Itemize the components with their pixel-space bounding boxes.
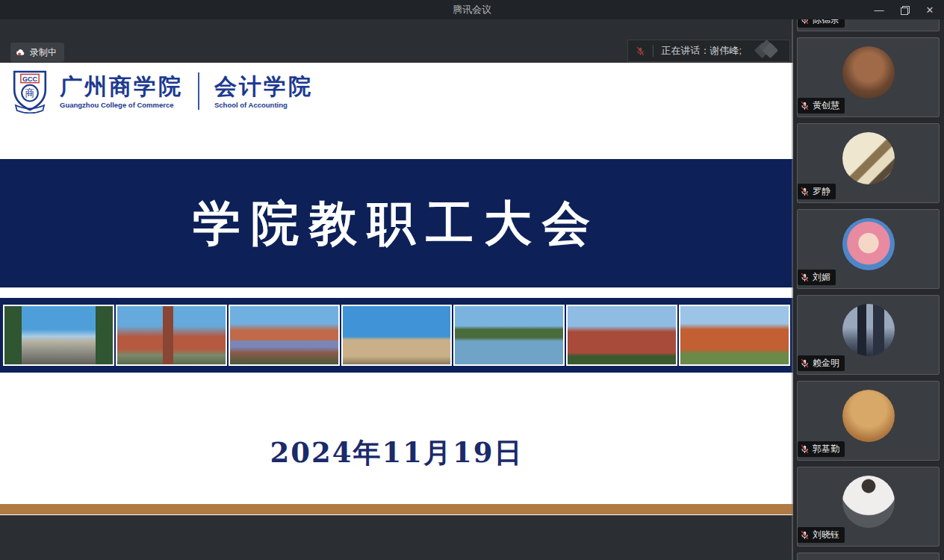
- mic-muted-icon: [800, 187, 810, 196]
- restore-button[interactable]: [895, 1, 914, 18]
- meeting-logo-watermark-icon: [752, 42, 785, 60]
- participant-avatar: [842, 46, 895, 99]
- participant-name: 黄创慧: [813, 99, 839, 112]
- campus-gate-photo: [3, 305, 114, 366]
- cloud-record-icon: [16, 48, 25, 57]
- college-crest-icon: GCC 商: [10, 69, 49, 113]
- participant-tile[interactable]: 陈德余: [797, 19, 940, 31]
- participant-tile[interactable]: 郭基勤: [797, 381, 940, 461]
- participant-name-tag: 陈德余: [798, 19, 845, 28]
- college-brand: 广州商学院 Guangzhou College of Commerce: [60, 74, 183, 109]
- campus-photo-strip: [0, 298, 793, 373]
- campus-name-sign-photo: [341, 305, 453, 366]
- school-name-en: School of Accounting: [214, 101, 313, 109]
- mic-muted-icon: [800, 530, 810, 540]
- participant-name-tag: 郭基勤: [798, 441, 845, 457]
- college-logo-row: GCC 商 广州商学院 Guangzhou College of Commerc…: [10, 69, 313, 113]
- brand-divider: [198, 72, 199, 110]
- tencent-meeting-window: 腾讯会议 — ✕ 录制中: [0, 0, 944, 560]
- participant-name-tag: 刘晓钰: [798, 527, 845, 543]
- participant-avatar: [842, 390, 895, 442]
- svg-text:GCC: GCC: [22, 75, 38, 83]
- participant-name: 罗静: [813, 185, 830, 198]
- campus-lake-photo: [453, 305, 565, 366]
- restore-icon: [901, 6, 908, 13]
- participant-name-tag: 罗静: [798, 184, 836, 199]
- title-bar: 腾讯会议 — ✕: [0, 0, 944, 19]
- participant-tile[interactable]: [797, 553, 940, 560]
- participant-tile[interactable]: 刘媚: [797, 209, 940, 289]
- slide-title-banner: 学院教职工大会: [0, 159, 793, 287]
- participant-tile[interactable]: 黄创慧: [797, 37, 940, 117]
- participant-name: 郭基勤: [813, 443, 839, 455]
- participant-name: 陈德余: [813, 19, 839, 26]
- participant-name: 赖金明: [813, 357, 839, 370]
- content-background: [0, 515, 793, 560]
- red-brick-tower-building-photo: [116, 305, 227, 366]
- participant-name-tag: 赖金明: [798, 355, 845, 371]
- speaking-text: 正在讲话：谢伟峰;: [661, 44, 742, 57]
- close-button[interactable]: ✕: [920, 1, 940, 18]
- slide-accent-bar: [0, 504, 793, 514]
- participant-name: 刘晓钰: [813, 529, 839, 541]
- participant-name: 刘媚: [813, 271, 830, 284]
- mic-muted-icon: [800, 444, 810, 454]
- recording-badge[interactable]: 录制中: [10, 43, 64, 62]
- participants-sidebar[interactable]: 陈德余 黄创慧: [793, 19, 944, 560]
- main-red-building-photo: [566, 305, 677, 366]
- college-name-en: Guangzhou College of Commerce: [60, 101, 183, 109]
- school-name: 会计学院: [214, 74, 313, 99]
- college-name: 广州商学院: [60, 74, 183, 99]
- presentation-slide: GCC 商 广州商学院 Guangzhou College of Commerc…: [0, 63, 793, 515]
- speaking-indicator: 正在讲话：谢伟峰;: [627, 40, 790, 62]
- speaking-prefix: 正在讲话：: [661, 45, 709, 56]
- modern-orange-building-photo: [679, 305, 790, 366]
- mic-muted-icon: [800, 273, 810, 282]
- recording-label: 录制中: [30, 46, 57, 59]
- participant-name-tag: 黄创慧: [798, 98, 845, 113]
- speaker-mic-icon: [636, 46, 645, 56]
- window-controls: — ✕: [869, 0, 940, 19]
- window-title: 腾讯会议: [453, 3, 491, 16]
- mic-muted-icon: [800, 101, 810, 111]
- participant-avatar: [842, 218, 895, 270]
- participant-avatar: [842, 132, 895, 184]
- participant-tile[interactable]: 罗静: [797, 123, 940, 203]
- svg-text:商: 商: [25, 87, 35, 99]
- participant-avatar: [842, 304, 895, 356]
- mic-muted-icon: [800, 19, 810, 25]
- speaker-names: 谢伟峰;: [709, 45, 742, 56]
- vertical-divider: [653, 45, 653, 57]
- participant-tile[interactable]: 赖金明: [797, 295, 940, 375]
- participant-name-tag: 刘媚: [798, 270, 836, 285]
- slide-date: 2024年11月19日: [270, 436, 524, 469]
- building-with-banner-photo: [229, 305, 340, 366]
- participant-avatar: [842, 476, 895, 528]
- meeting-toolbar: 录制中 正在讲话：谢伟峰;: [0, 19, 793, 63]
- slide-date-row: 2024年11月19日: [0, 435, 793, 472]
- minimize-button[interactable]: —: [869, 1, 889, 18]
- school-brand: 会计学院 School of Accounting: [214, 74, 313, 109]
- participant-tile[interactable]: 刘晓钰: [797, 467, 940, 547]
- mic-muted-icon: [800, 358, 810, 368]
- slide-title: 学院教职工大会: [193, 191, 600, 256]
- shared-screen-area: 录制中 正在讲话：谢伟峰; GCC: [0, 19, 793, 560]
